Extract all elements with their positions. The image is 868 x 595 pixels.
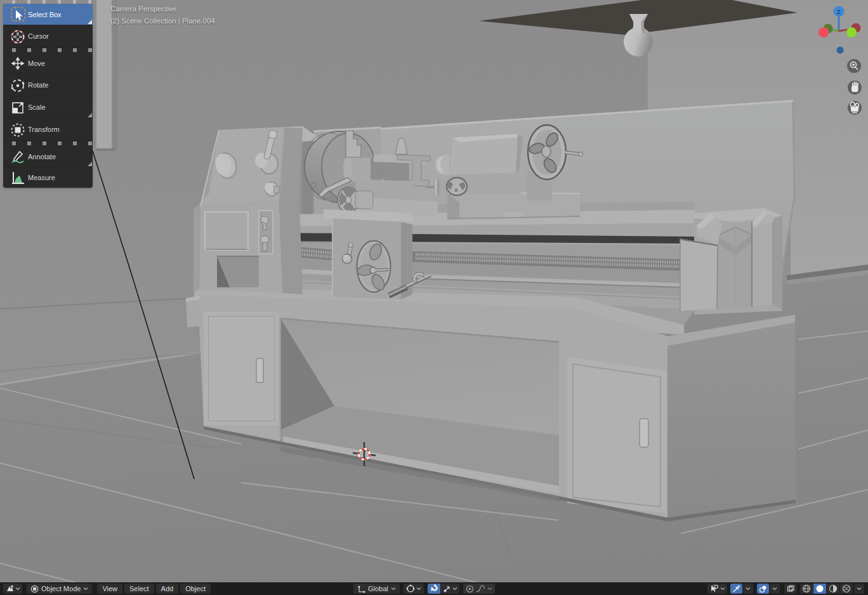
svg-text:Z: Z [837, 9, 841, 15]
